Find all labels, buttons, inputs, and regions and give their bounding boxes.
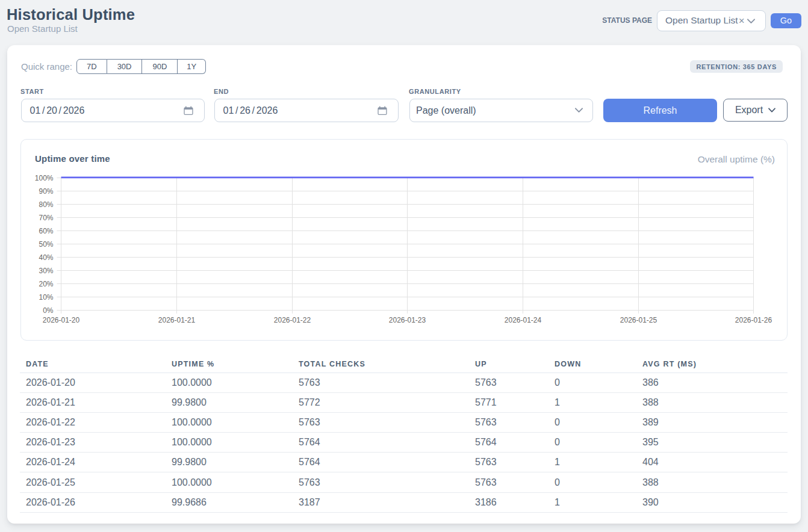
svg-text:10%: 10% — [39, 293, 53, 302]
svg-text:100%: 100% — [35, 174, 54, 182]
svg-text:2026-01-25: 2026-01-25 — [620, 316, 657, 324]
svg-text:80%: 80% — [39, 200, 53, 209]
svg-text:70%: 70% — [39, 214, 53, 222]
svg-text:2026-01-21: 2026-01-21 — [158, 316, 196, 324]
svg-text:60%: 60% — [39, 227, 53, 235]
svg-text:2026-01-24: 2026-01-24 — [505, 316, 542, 324]
svg-text:90%: 90% — [39, 187, 53, 196]
svg-text:2026-01-23: 2026-01-23 — [389, 316, 426, 324]
svg-text:2026-01-26: 2026-01-26 — [735, 316, 772, 324]
svg-text:40%: 40% — [39, 253, 53, 262]
svg-text:30%: 30% — [39, 267, 53, 275]
svg-text:2026-01-22: 2026-01-22 — [274, 316, 311, 324]
svg-text:20%: 20% — [39, 280, 53, 288]
svg-text:50%: 50% — [39, 240, 53, 249]
svg-text:0%: 0% — [43, 306, 54, 315]
svg-text:2026-01-20: 2026-01-20 — [43, 316, 80, 324]
